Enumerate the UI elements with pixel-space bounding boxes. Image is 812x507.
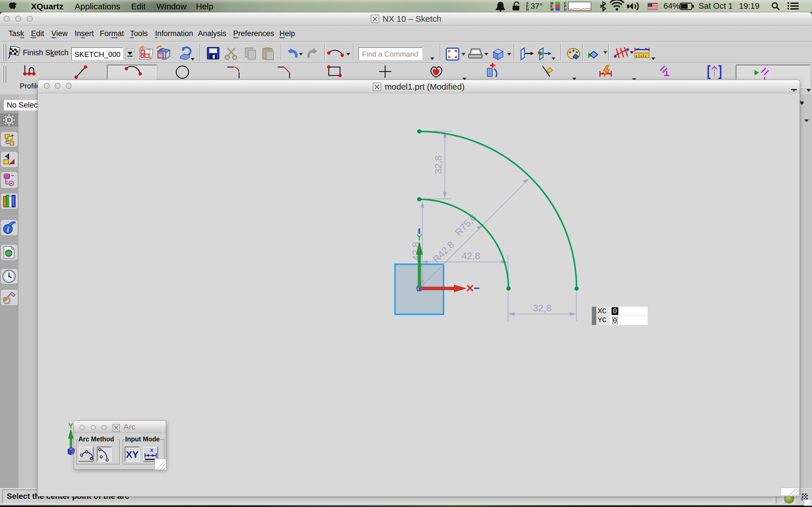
svg-text:U: U xyxy=(564,7,566,11)
svg-text:19:19: 19:19 xyxy=(739,1,760,10)
svg-text:Find a Command: Find a Command xyxy=(362,50,418,58)
svg-text:x: x xyxy=(150,447,153,453)
svg-text:Finish Sketch: Finish Sketch xyxy=(23,48,68,57)
svg-text:SKETCH_000: SKETCH_000 xyxy=(74,50,120,59)
svg-text:R42,8: R42,8 xyxy=(430,239,456,265)
svg-text:42,8: 42,8 xyxy=(462,250,480,261)
svg-text:Input Mode: Input Mode xyxy=(125,436,160,443)
svg-text:i: i xyxy=(7,225,9,233)
svg-text:37°: 37° xyxy=(530,2,543,10)
svg-text:M: M xyxy=(550,7,553,11)
svg-text:64%: 64% xyxy=(663,1,680,10)
svg-text:XY: XY xyxy=(126,449,139,460)
svg-text:R75,6: R75,6 xyxy=(453,212,478,238)
svg-text:32,8: 32,8 xyxy=(533,302,552,313)
svg-text:Sat Oct 1: Sat Oct 1 xyxy=(699,1,733,10)
svg-text:32,8: 32,8 xyxy=(433,156,444,174)
svg-text:N: N xyxy=(526,7,529,11)
svg-text:Arc Method: Arc Method xyxy=(79,436,114,443)
